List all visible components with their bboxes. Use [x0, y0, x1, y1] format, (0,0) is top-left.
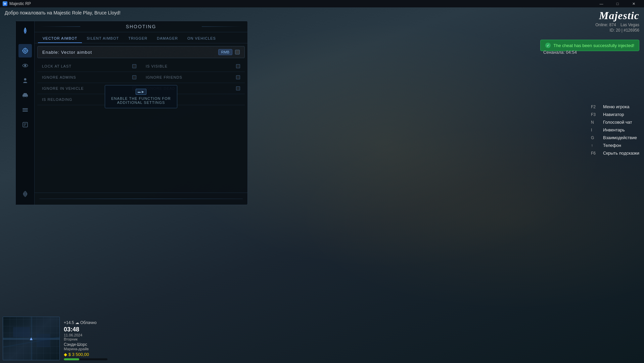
- hud-money: ◆ $ 3 500,00: [64, 352, 107, 357]
- title-bar-left: M Majestic RP: [3, 1, 31, 6]
- settings-icon[interactable]: [18, 187, 32, 201]
- sidebar-logo: [19, 25, 31, 37]
- countdown-label: Сенанала:: [543, 50, 565, 55]
- hotkey-n: N Голосовой чат: [591, 120, 639, 125]
- sidebar-item-players[interactable]: [18, 74, 32, 87]
- welcome-label: Добро пожаловать на Majestic Role Play, …: [5, 10, 121, 15]
- majestic-logo: Majestic Online: 874 Las Vegas ID: 20 | …: [595, 9, 639, 33]
- header-line-left: [40, 27, 80, 27]
- checkbox-is-visible[interactable]: [236, 64, 240, 68]
- sidebar-item-shooting[interactable]: [18, 44, 32, 57]
- sidebar-item-scripts[interactable]: [18, 118, 32, 131]
- money-value: $ 3 500,00: [68, 352, 89, 357]
- checkbox-lock-at-last[interactable]: [132, 64, 136, 68]
- tab-on-vehicles[interactable]: ON VEHICLES: [183, 34, 221, 43]
- tooltip-icon-row: ▬▶: [111, 89, 171, 95]
- enable-checkbox[interactable]: [235, 50, 240, 54]
- panel-bottom: [35, 193, 247, 205]
- tabs-bar: VECTOR AIMBOT SILENT AIMBOT TRIGGER DAMA…: [35, 32, 247, 43]
- server-location: Las Vegas: [620, 23, 639, 27]
- online-count: Online: 874: [595, 23, 616, 27]
- check-icon: ✓: [545, 43, 551, 48]
- hotkey-i: I Инвентарь: [591, 127, 639, 132]
- cheat-panel: Shooting VECTOR AIMBOT SILENT AIMBOT TRI…: [15, 21, 248, 205]
- svg-point-10: [23, 96, 25, 98]
- hotkey-g: G Взаимодействие: [591, 135, 639, 140]
- countdown-display: Сенанала: 04:54: [543, 50, 577, 55]
- hud-info: +14.5 ☁ Облачно 03:48 11.06.2024 Вторник…: [64, 320, 107, 360]
- hud-date: 11.06.2024: [64, 333, 107, 337]
- success-notification: ✓ The cheat has been successfully inject…: [540, 40, 639, 51]
- countdown-value: 04:54: [566, 50, 577, 55]
- panel-title: Shooting: [126, 24, 156, 29]
- sidebar-item-visuals[interactable]: [18, 59, 32, 72]
- keyboard-icon: ▬▶: [136, 89, 146, 95]
- logo-id: ID: 20 | #126956: [595, 28, 639, 33]
- app-icon: M: [3, 1, 7, 6]
- tab-damager[interactable]: DAMAGER: [152, 34, 183, 43]
- panel-header: Shooting: [35, 21, 247, 32]
- svg-rect-14: [22, 111, 28, 112]
- enable-label: Enable: Vector aimbot: [42, 50, 92, 55]
- svg-point-7: [24, 65, 26, 67]
- svg-point-8: [24, 78, 26, 81]
- title-bar-controls: — □ ✕: [594, 0, 641, 7]
- enable-key-badge[interactable]: RMB: [218, 49, 232, 55]
- tooltip-line1: ENABLE THE FUNCTION FOR: [111, 96, 171, 100]
- option-ignore-admins: IGNORE ADMINS: [37, 72, 141, 83]
- logo-online: Online: 874 Las Vegas: [595, 23, 639, 27]
- welcome-text: Добро пожаловать на Majestic Role Play, …: [5, 10, 121, 15]
- hotkey-f3: F3 Навигатор: [591, 112, 639, 117]
- svg-point-19: [24, 193, 26, 195]
- sidebar-item-vehicles[interactable]: [18, 88, 32, 102]
- option-is-visible: IS VISIBLE: [141, 61, 245, 72]
- sidebar: [16, 21, 35, 205]
- hud-time: 03:48: [64, 326, 107, 333]
- hotkey-f2: F2 Меню игрока: [591, 104, 639, 109]
- money-icon: ◆: [64, 352, 67, 357]
- enable-right: RMB: [218, 49, 240, 55]
- hud-sublocation: Марина-драйв: [64, 347, 107, 351]
- tooltip-container: ▬▶ ENABLE THE FUNCTION FOR ADDITIONAL SE…: [37, 85, 245, 108]
- hud-location: Сэнди-Шорс: [64, 342, 107, 347]
- hotkey-f6: F6 Скрыть подсказки: [591, 151, 639, 156]
- tab-vector-aimbot[interactable]: VECTOR AIMBOT: [38, 34, 82, 43]
- checkbox-ignore-admins[interactable]: [132, 75, 136, 79]
- health-bar: [64, 358, 107, 360]
- svg-point-1: [23, 48, 28, 53]
- window-title: Majestic RP: [9, 1, 31, 6]
- tab-silent-aimbot[interactable]: SILENT AIMBOT: [82, 34, 124, 43]
- minimize-button[interactable]: —: [594, 0, 609, 7]
- svg-rect-9: [22, 94, 28, 97]
- close-button[interactable]: ✕: [626, 0, 641, 7]
- header-line-right: [202, 27, 242, 27]
- svg-rect-12: [22, 108, 28, 109]
- enable-row: Enable: Vector aimbot RMB: [37, 46, 245, 58]
- sidebar-item-misc[interactable]: [18, 103, 32, 117]
- title-bar: M Majestic RP — □ ✕: [0, 0, 644, 7]
- hotkeys-panel: F2 Меню игрока F3 Навигатор N Голосовой …: [591, 104, 639, 156]
- logo-text: Majestic: [595, 9, 639, 22]
- option-ignore-friends: IGNORE FRIENDS: [141, 72, 245, 83]
- hud-weather: +14.5 ☁ Облачно: [64, 320, 107, 325]
- maximize-button[interactable]: □: [610, 0, 625, 7]
- svg-point-2: [24, 50, 26, 52]
- option-lock-at-last: LOCK AT LAST: [37, 61, 141, 72]
- tab-trigger[interactable]: TRIGGER: [124, 34, 152, 43]
- tooltip-line2: ADDITIONAL SETTINGS: [111, 100, 171, 105]
- sidebar-bottom: [18, 187, 32, 201]
- tooltip-overlay: ▬▶ ENABLE THE FUNCTION FOR ADDITIONAL SE…: [105, 85, 177, 108]
- notification-text: The cheat has been successfully injected…: [553, 43, 634, 48]
- svg-point-11: [26, 96, 27, 98]
- health-fill: [64, 358, 79, 360]
- checkbox-ignore-friends[interactable]: [236, 75, 240, 79]
- content-area: Enable: Vector aimbot RMB LOCK AT LAST I…: [35, 43, 247, 193]
- svg-rect-13: [22, 110, 28, 110]
- hud-day: Вторник: [64, 337, 107, 341]
- hotkey-up: ↑ Телефон: [591, 143, 639, 148]
- main-content: Shooting VECTOR AIMBOT SILENT AIMBOT TRI…: [35, 21, 247, 205]
- bottom-line: [39, 199, 243, 199]
